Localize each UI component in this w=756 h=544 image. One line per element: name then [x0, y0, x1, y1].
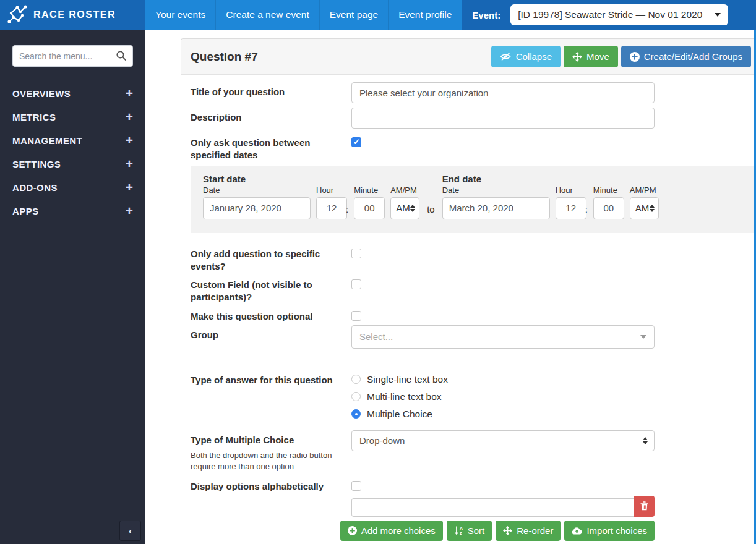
sidebar-search — [12, 45, 133, 67]
end-date-label: Date — [442, 185, 550, 195]
page: RACE ROSTER Your events Create a new eve… — [0, 0, 756, 544]
start-hour-input[interactable] — [316, 197, 347, 219]
sort-button[interactable]: A z Sort — [447, 521, 492, 541]
move-icon — [572, 52, 582, 62]
delete-choice-button[interactable] — [634, 496, 655, 517]
panel-header: Question #7 Collapse — [181, 39, 756, 75]
sidebar: OVERVIEWS + METRICS + MANAGEMENT + SETTI… — [0, 30, 145, 544]
group-select[interactable]: Select... — [351, 325, 655, 349]
panel-body: Title of your question Description Only … — [181, 75, 756, 544]
start-ampm-label: AM/PM — [390, 185, 419, 195]
add-more-choices-label: Add more choices — [361, 525, 436, 536]
group-row: Group Select... — [191, 325, 747, 349]
sidebar-item-add-ons[interactable]: ADD-ONS + — [0, 176, 145, 199]
end-minute-label: Minute — [593, 185, 624, 195]
radio-icon[interactable] — [351, 409, 361, 419]
event-selector[interactable]: [ID 19978] Seawater Stride — Nov 01 2020 — [510, 4, 728, 25]
mc-type-select[interactable]: Drop-down — [351, 430, 655, 451]
time-colon: : — [585, 204, 588, 215]
start-ampm-value: AM — [396, 203, 410, 213]
right-edge-scroll-strip[interactable] — [754, 30, 756, 544]
nav-event-page[interactable]: Event page — [320, 0, 389, 30]
sidebar-item-label: APPS — [12, 206, 38, 216]
event-label: Event: — [472, 10, 500, 20]
move-button[interactable]: Move — [564, 46, 618, 67]
radio-label: Multi-line text box — [367, 391, 442, 402]
collapse-button[interactable]: Collapse — [491, 46, 561, 67]
sort-button-label: Sort — [468, 525, 485, 536]
mc-type-row: Type of Multiple Choice Both the dropdow… — [191, 430, 747, 473]
specific-events-row: Only add question to specific events? — [191, 244, 747, 273]
groups-button-label: Create/Edit/Add Groups — [644, 51, 742, 62]
start-ampm-select[interactable]: AM — [390, 197, 419, 219]
cloud-upload-icon — [572, 527, 582, 535]
page-title: Question #7 — [191, 50, 491, 64]
end-hour-input[interactable] — [556, 197, 586, 219]
question-title-input[interactable] — [351, 82, 655, 103]
radio-icon[interactable] — [351, 375, 361, 384]
sidebar-item-overviews[interactable]: OVERVIEWS + — [0, 82, 145, 105]
add-more-choices-button[interactable]: Add more choices — [340, 521, 443, 541]
end-ampm-select[interactable]: AM — [630, 197, 659, 219]
description-input[interactable] — [351, 108, 655, 129]
title-row: Title of your question — [191, 82, 747, 103]
plus-circle-icon — [348, 526, 357, 535]
end-date-input[interactable] — [442, 197, 550, 219]
search-input[interactable] — [12, 45, 133, 67]
select-updown-icon — [410, 205, 415, 212]
radio-multiple-choice[interactable]: Multiple Choice — [351, 409, 655, 420]
specific-events-checkbox[interactable] — [351, 249, 361, 258]
sidebar-collapse-button[interactable]: ‹ — [119, 521, 141, 541]
radio-multi-line[interactable]: Multi-line text box — [351, 391, 655, 402]
divider — [191, 359, 756, 359]
specific-events-label: Only add question to specific events? — [191, 244, 345, 273]
choice-input[interactable] — [351, 498, 634, 517]
nav-event-profile[interactable]: Event profile — [389, 0, 462, 30]
sort-alpha-icon: A z — [454, 525, 463, 535]
nav-create-event[interactable]: Create a new event — [216, 0, 319, 30]
sidebar-item-management[interactable]: MANAGEMENT + — [0, 129, 145, 152]
start-date-input[interactable] — [203, 197, 311, 219]
collapse-button-label: Collapse — [516, 51, 552, 62]
create-edit-add-groups-button[interactable]: Create/Edit/Add Groups — [621, 46, 751, 67]
end-ampm-label: AM/PM — [630, 185, 659, 195]
reorder-button-label: Re-order — [517, 525, 553, 536]
custom-field-label: Custom Field (not visible to participant… — [191, 275, 345, 304]
date-toggle-checkbox[interactable] — [351, 137, 361, 147]
search-icon[interactable] — [116, 50, 127, 61]
question-panel: Question #7 Collapse — [181, 38, 756, 544]
mc-type-select-value: Drop-down — [359, 435, 643, 446]
race-roster-logo-icon — [6, 4, 28, 26]
date-range-panel: Start date Date Hour : — [191, 166, 756, 233]
end-minute-input[interactable] — [593, 197, 624, 219]
sidebar-item-apps[interactable]: APPS + — [0, 199, 145, 223]
start-minute-input[interactable] — [354, 197, 385, 219]
plus-circle-icon — [630, 52, 640, 62]
radio-single-line[interactable]: Single-line text box — [351, 374, 655, 385]
brand[interactable]: RACE ROSTER — [0, 0, 145, 30]
end-date-group: End date Date Hour : — [442, 174, 664, 219]
select-updown-icon — [643, 437, 648, 444]
radio-label: Single-line text box — [367, 374, 448, 385]
radio-icon[interactable] — [351, 392, 361, 401]
nav-your-events[interactable]: Your events — [145, 0, 216, 30]
reorder-button[interactable]: Re-order — [496, 521, 561, 541]
optional-checkbox[interactable] — [351, 311, 361, 321]
mc-type-label: Type of Multiple Choice Both the dropdow… — [191, 430, 345, 473]
caret-down-icon — [715, 13, 721, 17]
svg-text:z: z — [460, 531, 462, 535]
move-icon — [503, 526, 512, 535]
sidebar-item-metrics[interactable]: METRICS + — [0, 105, 145, 129]
import-choices-label: Import choices — [586, 525, 647, 536]
top-nav: RACE ROSTER Your events Create a new eve… — [0, 0, 756, 30]
end-hour-label: Hour — [556, 185, 586, 195]
date-toggle-label: Only ask question between specified date… — [191, 133, 345, 162]
group-label: Group — [191, 325, 351, 349]
start-minute-label: Minute — [354, 185, 385, 195]
alphabetical-checkbox[interactable] — [351, 481, 361, 491]
group-select-placeholder: Select... — [359, 331, 640, 342]
date-range-to: to — [427, 204, 435, 215]
import-choices-button[interactable]: Import choices — [564, 521, 655, 541]
custom-field-checkbox[interactable] — [351, 279, 361, 289]
sidebar-item-settings[interactable]: SETTINGS + — [0, 152, 145, 176]
